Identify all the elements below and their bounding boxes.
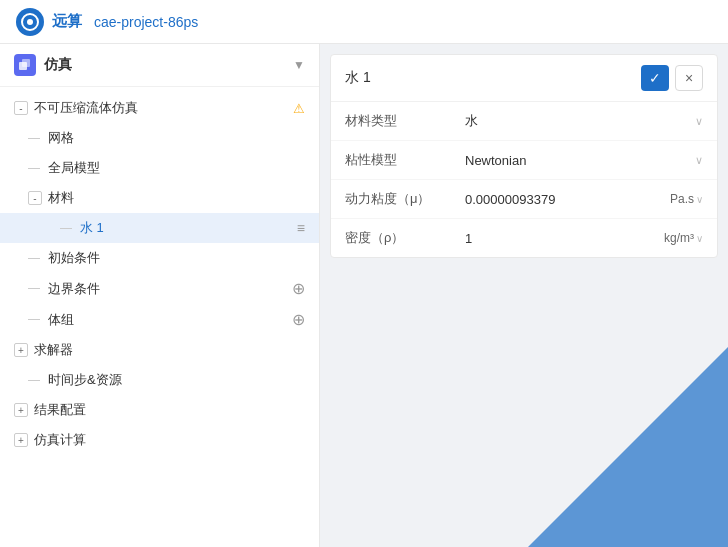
tree-label: 水 1 [80,219,293,237]
unit-dropdown-icon-density[interactable]: ∨ [696,233,703,244]
expand-icon[interactable]: + [14,343,28,357]
tree-label: 网格 [48,129,305,147]
props-label-viscosity-model: 粘性模型 [345,151,465,169]
material-type-dropdown-icon[interactable]: ∨ [695,115,703,128]
leaf-line [28,138,42,139]
props-row-dynamic-viscosity: 动力粘度（μ） 0.00000093379 Pa.s ∨ [331,180,717,219]
props-value-density: 1 [465,231,472,246]
unit-label-density: kg/m³ [664,231,694,245]
sidebar-item-global-model[interactable]: 全局模型 [0,153,319,183]
leaf-line [28,288,42,289]
tree-label: 时间步&资源 [48,371,305,389]
leaf-line [28,168,42,169]
props-value-wrap-viscosity-model: Newtonian ∨ [465,153,703,168]
props-header: 水 1 ✓ × [331,55,717,102]
props-row-density: 密度（ρ） 1 kg/m³ ∨ [331,219,717,257]
warn-icon: ⚠ [293,101,305,116]
tree-label: 初始条件 [48,249,305,267]
confirm-button[interactable]: ✓ [641,65,669,91]
sim-icon [14,54,36,76]
sidebar-item-boundary-condition[interactable]: 边界条件 ⊕ [0,273,319,304]
tree-label: 结果配置 [34,401,305,419]
add-volume-icon[interactable]: ⊕ [292,310,305,329]
logo-circle [21,13,39,31]
header: 远算 cae-project-86ps [0,0,728,44]
sidebar-item-volume-group[interactable]: 体组 ⊕ [0,304,319,335]
sidebar-item-solver[interactable]: + 求解器 [0,335,319,365]
tree-label: 求解器 [34,341,305,359]
props-actions: ✓ × [641,65,703,91]
props-value-material-type: 水 [465,112,478,130]
sidebar-dropdown-icon[interactable]: ▼ [293,58,305,72]
sidebar-item-mesh[interactable]: 网格 [0,123,319,153]
add-boundary-icon[interactable]: ⊕ [292,279,305,298]
tree-label: 边界条件 [48,280,288,298]
sidebar: 仿真 ▼ - 不可压缩流体仿真 ⚠ 网格 全局模型 - [0,44,320,547]
logo-icon [16,8,44,36]
props-unit-density: kg/m³ ∨ [664,231,703,245]
right-panel: 水 1 ✓ × 材料类型 水 ∨ 粘性模型 [320,44,728,547]
expand-icon[interactable]: + [14,433,28,447]
props-row-material-type: 材料类型 水 ∨ [331,102,717,141]
tree-label: 仿真计算 [34,431,305,449]
sidebar-item-sim-calc[interactable]: + 仿真计算 [0,425,319,455]
project-name[interactable]: cae-project-86ps [94,14,198,30]
properties-panel: 水 1 ✓ × 材料类型 水 ∨ 粘性模型 [330,54,718,258]
sidebar-item-initial-condition[interactable]: 初始条件 [0,243,319,273]
unit-dropdown-icon-dynamic-viscosity[interactable]: ∨ [696,194,703,205]
props-value-dynamic-viscosity: 0.00000093379 [465,192,555,207]
leaf-line [28,258,42,259]
expand-icon[interactable]: + [14,403,28,417]
tree-label: 全局模型 [48,159,305,177]
brand-name: 远算 [52,12,82,31]
main-layout: 仿真 ▼ - 不可压缩流体仿真 ⚠ 网格 全局模型 - [0,44,728,547]
close-button[interactable]: × [675,65,703,91]
viscosity-model-dropdown-icon[interactable]: ∨ [695,154,703,167]
leaf-line [28,319,42,320]
sidebar-item-timestep[interactable]: 时间步&资源 [0,365,319,395]
props-value-wrap-dynamic-viscosity: 0.00000093379 Pa.s ∨ [465,192,703,207]
props-value-wrap-density: 1 kg/m³ ∨ [465,231,703,246]
expand-icon[interactable]: - [14,101,28,115]
tree-label: 材料 [48,189,305,207]
leaf-line [60,228,74,229]
leaf-line [28,380,42,381]
menu-icon[interactable]: ≡ [297,220,305,236]
props-value-wrap-material-type: 水 ∨ [465,112,703,130]
props-row-viscosity-model: 粘性模型 Newtonian ∨ [331,141,717,180]
svg-rect-1 [22,59,30,67]
sidebar-header: 仿真 ▼ [0,44,319,87]
expand-icon[interactable]: - [28,191,42,205]
sidebar-tree: - 不可压缩流体仿真 ⚠ 网格 全局模型 - 材料 水 1 [0,87,319,547]
cube-svg [18,58,32,72]
tree-label: 体组 [48,311,288,329]
props-label-dynamic-viscosity: 动力粘度（μ） [345,190,465,208]
props-unit-dynamic-viscosity: Pa.s ∨ [670,192,703,206]
props-value-viscosity-model: Newtonian [465,153,526,168]
props-label-material-type: 材料类型 [345,112,465,130]
sidebar-title: 仿真 [44,56,72,74]
sidebar-item-result-config[interactable]: + 结果配置 [0,395,319,425]
sidebar-item-water1[interactable]: 水 1 ≡ [0,213,319,243]
bg-decoration [528,347,728,547]
props-title: 水 1 [345,69,371,87]
right-panel-inner: 水 1 ✓ × 材料类型 水 ∨ 粘性模型 [320,44,728,547]
sidebar-item-incompressible[interactable]: - 不可压缩流体仿真 ⚠ [0,93,319,123]
tree-label: 不可压缩流体仿真 [34,99,289,117]
unit-label-dynamic-viscosity: Pa.s [670,192,694,206]
props-label-density: 密度（ρ） [345,229,465,247]
sidebar-item-material[interactable]: - 材料 [0,183,319,213]
